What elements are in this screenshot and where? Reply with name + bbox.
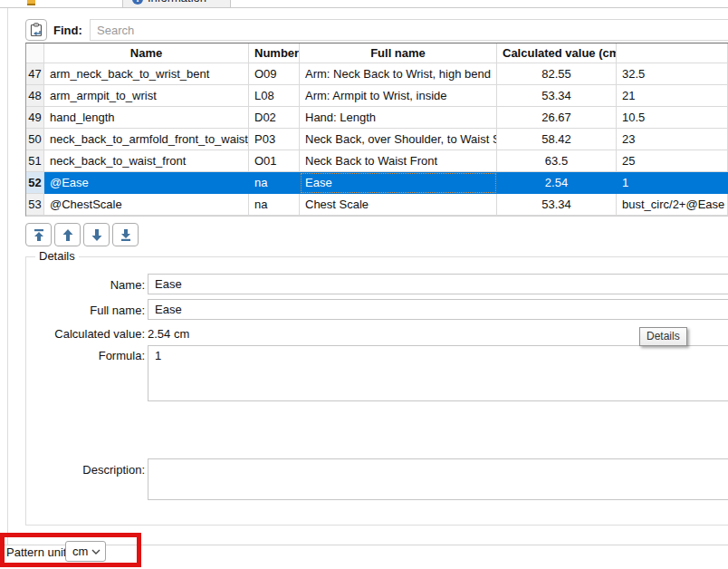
pattern-unit-label: Pattern unit: [6, 545, 70, 559]
cell-number[interactable]: O01 [249, 150, 300, 172]
cell-full-name[interactable]: Chest Scale [300, 194, 497, 216]
clipboard-icon [30, 23, 43, 37]
table-row[interactable]: 49 hand_length D02 Hand: Length 26.67 10… [26, 107, 728, 129]
tab-information-label: Information [148, 0, 206, 5]
cell-calculated[interactable]: 2.54 [497, 172, 617, 194]
calculated-value-label: Calculated value: [27, 327, 145, 341]
cell-name[interactable]: @ChestScale [44, 194, 249, 216]
cell-full-name[interactable]: Arm: Neck Back to Wrist, high bend [300, 63, 497, 85]
move-to-bottom-button[interactable] [112, 223, 139, 246]
details-tooltip: Details [639, 327, 687, 346]
cell-name[interactable]: @Ease [44, 172, 249, 194]
table-row[interactable]: 48 arm_armpit_to_wrist L08 Arm: Armpit t… [26, 85, 728, 107]
row-number[interactable]: 49 [26, 107, 44, 129]
measurements-window: i Information Find: Name Number Full nam… [0, 0, 728, 569]
row-number[interactable]: 52 [26, 172, 44, 194]
full-name-field[interactable] [148, 299, 728, 320]
cell-full-name[interactable]: Neck Back to Waist Front [300, 150, 497, 172]
row-number[interactable]: 53 [26, 194, 44, 216]
cell-formula[interactable]: 23 [617, 129, 728, 150]
table-row[interactable]: 47 arm_neck_back_to_wrist_bent O09 Arm: … [26, 63, 728, 85]
column-header-name[interactable]: Name [44, 43, 249, 63]
statusbar-divider [0, 545, 728, 545]
cell-calculated[interactable]: 53.34 [497, 194, 617, 216]
tabbar-divider [0, 7, 728, 8]
cell-calculated[interactable]: 63.5 [497, 150, 617, 172]
cell-name[interactable]: neck_back_to_armfold_front_to_waist_side [44, 129, 249, 150]
row-number[interactable]: 50 [26, 129, 44, 150]
paste-formula-button[interactable] [25, 19, 47, 41]
move-to-top-icon [33, 228, 45, 242]
cell-full-name[interactable]: Hand: Length [300, 107, 497, 129]
cell-name[interactable]: arm_neck_back_to_wrist_bent [44, 63, 249, 85]
full-name-label: Full name: [27, 304, 145, 317]
table-row[interactable]: 50 neck_back_to_armfold_front_to_waist_s… [26, 129, 728, 150]
name-label: Name: [27, 278, 145, 292]
cell-full-name[interactable]: Ease [300, 172, 497, 194]
cell-calculated[interactable]: 82.55 [497, 63, 617, 85]
name-field[interactable] [148, 274, 728, 294]
chevron-down-icon [91, 549, 101, 555]
toolbar-icon-fragment [27, 0, 35, 5]
calculated-value-text: 2.54 cm [148, 327, 189, 341]
cell-number[interactable]: P03 [249, 129, 300, 150]
move-to-top-button[interactable] [25, 223, 52, 246]
table-header-row: Name Number Full name Calculated value (… [26, 43, 728, 63]
pattern-unit-value: cm [72, 545, 88, 558]
formula-label: Formula: [27, 349, 145, 362]
measurements-table: Name Number Full name Calculated value (… [25, 43, 728, 217]
cell-formula[interactable]: 32.5 [617, 63, 728, 85]
column-header-number[interactable]: Number [249, 43, 300, 63]
cell-name[interactable]: arm_armpit_to_wrist [44, 85, 249, 107]
table-row[interactable]: 51 neck_back_to_waist_front O01 Neck Bac… [26, 150, 728, 172]
pattern-unit-select[interactable]: cm [65, 541, 106, 562]
cell-calculated[interactable]: 58.42 [497, 129, 617, 150]
row-number[interactable]: 51 [26, 150, 44, 172]
table-row[interactable]: 53 @ChestScale na Chest Scale 53.34 bust… [26, 194, 728, 216]
move-up-icon [62, 228, 74, 242]
formula-field[interactable]: 1 [148, 345, 728, 401]
column-header-full-name[interactable]: Full name [300, 43, 497, 63]
cell-full-name[interactable]: Neck Back, over Shoulder, to Waist Side [300, 129, 497, 150]
find-label: Find: [53, 24, 82, 37]
cell-formula[interactable]: 21 [617, 85, 728, 107]
cell-name[interactable]: hand_length [44, 107, 249, 129]
cell-full-name[interactable]: Arm: Armpit to Wrist, inside [300, 85, 497, 107]
column-header-formula[interactable] [617, 43, 728, 63]
description-field[interactable] [148, 458, 728, 500]
search-input[interactable] [90, 19, 728, 41]
table-row-selected[interactable]: 52 @Ease na Ease 2.54 1 [26, 172, 728, 194]
details-group-title: Details [35, 249, 79, 263]
cell-name[interactable]: neck_back_to_waist_front [44, 150, 249, 172]
cell-number[interactable]: na [249, 194, 300, 216]
cell-formula[interactable]: 1 [617, 172, 728, 194]
panel-left-border [7, 8, 8, 545]
move-down-button[interactable] [83, 223, 110, 246]
move-down-icon [91, 228, 103, 242]
row-number[interactable]: 47 [26, 63, 44, 85]
move-to-bottom-icon [120, 228, 132, 242]
cell-calculated[interactable]: 53.34 [497, 85, 617, 107]
information-icon: i [132, 0, 143, 5]
move-up-button[interactable] [54, 223, 81, 246]
corner-header-cell [26, 43, 44, 63]
cell-formula[interactable]: 10.5 [617, 107, 728, 129]
cell-formula[interactable]: bust_circ/2+@Ease [617, 194, 728, 216]
column-header-calculated[interactable]: Calculated value (cm) [497, 43, 617, 63]
cell-number[interactable]: D02 [249, 107, 300, 129]
row-number[interactable]: 48 [26, 85, 44, 107]
cell-number[interactable]: L08 [249, 85, 300, 107]
cell-number[interactable]: O09 [249, 63, 300, 85]
description-label: Description: [27, 463, 145, 477]
cell-number[interactable]: na [249, 172, 300, 194]
cell-formula[interactable]: 25 [617, 150, 728, 172]
cell-calculated[interactable]: 26.67 [497, 107, 617, 129]
